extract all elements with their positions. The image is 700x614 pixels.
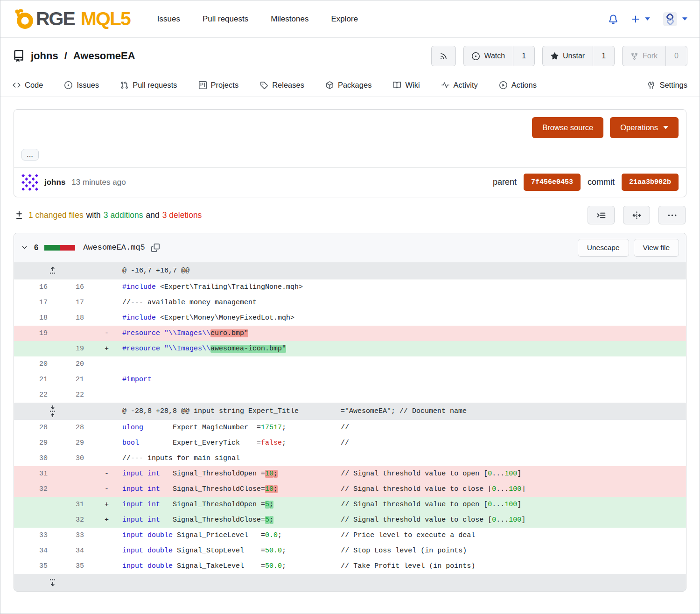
main-content: Browse source Operations ... johns 13 mi… [0, 109, 700, 592]
nav-milestones[interactable]: Milestones [271, 14, 308, 24]
unstar-button-main[interactable]: Unstar [543, 46, 593, 66]
code-line: //--- available money management [113, 299, 686, 307]
copy-file-name-icon[interactable] [151, 244, 160, 252]
diff-plus-minus-icon [14, 210, 24, 220]
parent-label: parent [493, 177, 517, 187]
nav-pull-requests[interactable]: Pull requests [203, 14, 248, 24]
new-line-number[interactable]: 19 [55, 345, 91, 353]
diff-marker: + [91, 516, 113, 524]
tab-actions[interactable]: Actions [499, 81, 537, 90]
old-line-number[interactable]: 29 [14, 439, 55, 447]
rss-button[interactable] [431, 46, 456, 66]
tab-pull-requests[interactable]: Pull requests [120, 81, 177, 90]
old-line-number[interactable]: 33 [14, 531, 55, 539]
diff-view-toggle-button[interactable] [623, 206, 650, 224]
create-new-button[interactable] [631, 15, 650, 23]
collapse-file-chevron-icon[interactable] [21, 244, 28, 251]
expand-down-button[interactable] [14, 578, 91, 587]
watch-button[interactable]: Watch1 [463, 46, 535, 66]
whitespace-button[interactable] [588, 206, 615, 224]
nav-explore[interactable]: Explore [331, 14, 358, 24]
fork-button-count[interactable]: 0 [665, 46, 687, 66]
user-avatar[interactable] [663, 12, 677, 26]
fork-button-main[interactable]: Fork [623, 46, 665, 66]
dot-circle-icon [472, 52, 480, 60]
new-line-number[interactable]: 16 [55, 283, 91, 291]
old-line-number[interactable]: 28 [14, 424, 55, 432]
old-line-number[interactable]: 17 [14, 299, 55, 307]
user-menu[interactable] [663, 12, 687, 26]
new-line-number[interactable]: 20 [55, 360, 91, 368]
watch-button-count[interactable]: 1 [513, 46, 534, 66]
unescape-button[interactable]: Unescape [578, 239, 629, 257]
diff-marker: - [91, 329, 113, 337]
tab-activity[interactable]: Activity [441, 81, 478, 90]
author-name-link[interactable]: johns [44, 178, 65, 187]
tab-issues[interactable]: Issues [64, 81, 99, 90]
nav-issues[interactable]: Issues [157, 14, 180, 24]
notifications-bell-icon[interactable] [608, 14, 618, 24]
old-line-number[interactable]: 31 [14, 470, 55, 478]
old-line-number[interactable]: 30 [14, 454, 55, 462]
old-line-number[interactable]: 19 [14, 329, 55, 337]
commit-hash-button[interactable]: 21aa3b902b [622, 174, 679, 191]
old-line-number[interactable]: 34 [14, 547, 55, 555]
tab-packages-label: Packages [338, 81, 371, 90]
new-line-number[interactable]: 31 [55, 501, 91, 509]
diff-stat-bar-additions [44, 245, 60, 251]
diff-options-button[interactable] [658, 206, 686, 224]
tab-packages[interactable]: Packages [326, 81, 371, 90]
expand-commit-message-button[interactable]: ... [21, 149, 39, 160]
old-line-number[interactable]: 32 [14, 485, 55, 493]
old-line-number[interactable]: 35 [14, 562, 55, 570]
new-line-number[interactable]: 35 [55, 562, 91, 570]
new-line-number[interactable]: 33 [55, 531, 91, 539]
unstar-button-count[interactable]: 1 [593, 46, 614, 66]
rss-button-main[interactable] [432, 46, 455, 66]
repo-name-link[interactable]: AwesomeEA [73, 50, 135, 62]
unstar-button[interactable]: Unstar1 [542, 46, 615, 66]
new-line-number[interactable]: 21 [55, 376, 91, 384]
diff-line: 2222 [14, 387, 686, 403]
view-file-button[interactable]: View file [634, 239, 679, 257]
tab-releases-label: Releases [272, 81, 304, 90]
new-line-number[interactable]: 30 [55, 454, 91, 462]
old-line-number[interactable]: 22 [14, 391, 55, 399]
old-line-number[interactable]: 20 [14, 360, 55, 368]
new-line-number[interactable]: 32 [55, 516, 91, 524]
fork-button[interactable]: Fork0 [622, 46, 687, 66]
diff-marker: + [91, 501, 113, 509]
operations-button[interactable]: Operations [610, 117, 679, 138]
diff-toolbar [588, 206, 686, 224]
tab-code[interactable]: Code [13, 81, 43, 90]
code-line: input int Signal_ThresholdOpen =10; // S… [113, 470, 686, 478]
new-line-number[interactable]: 18 [55, 314, 91, 322]
expand-up-button[interactable] [14, 266, 91, 275]
tab-wiki[interactable]: Wiki [393, 81, 420, 90]
watch-button-main[interactable]: Watch [464, 46, 513, 66]
file-name-link[interactable]: AwesomeEA.mq5 [83, 243, 145, 252]
tab-settings-label: Settings [659, 81, 687, 90]
forge-logo[interactable]: RGE MQL5 [13, 8, 130, 30]
new-line-number[interactable]: 22 [55, 391, 91, 399]
new-line-number[interactable]: 34 [55, 547, 91, 555]
browse-source-button[interactable]: Browse source [532, 117, 603, 138]
author-avatar[interactable] [21, 174, 38, 191]
tab-projects[interactable]: Projects [199, 81, 239, 90]
commit-box-header: Browse source Operations [14, 110, 686, 138]
tab-settings[interactable]: Settings [647, 81, 687, 90]
new-line-number[interactable]: 29 [55, 439, 91, 447]
expand-updown-button[interactable] [14, 405, 91, 418]
parent-hash-button[interactable]: 7f456e0453 [524, 174, 581, 191]
tab-releases[interactable]: Releases [260, 81, 304, 90]
new-line-number[interactable]: 28 [55, 424, 91, 432]
old-line-number[interactable]: 16 [14, 283, 55, 291]
hunk-header-text: @ -28,8 +28,8 @@ input string Expert_Tit… [113, 407, 686, 415]
old-line-number[interactable]: 18 [14, 314, 55, 322]
commit-timestamp: 13 minutes ago [71, 178, 126, 187]
changed-files-link[interactable]: 1 changed files [28, 210, 84, 220]
new-line-number[interactable]: 17 [55, 299, 91, 307]
repo-owner-link[interactable]: johns [31, 50, 58, 62]
old-line-number[interactable]: 21 [14, 376, 55, 384]
code-line: #resource "\\Images\\awesomea-icon.bmp" [113, 345, 686, 353]
